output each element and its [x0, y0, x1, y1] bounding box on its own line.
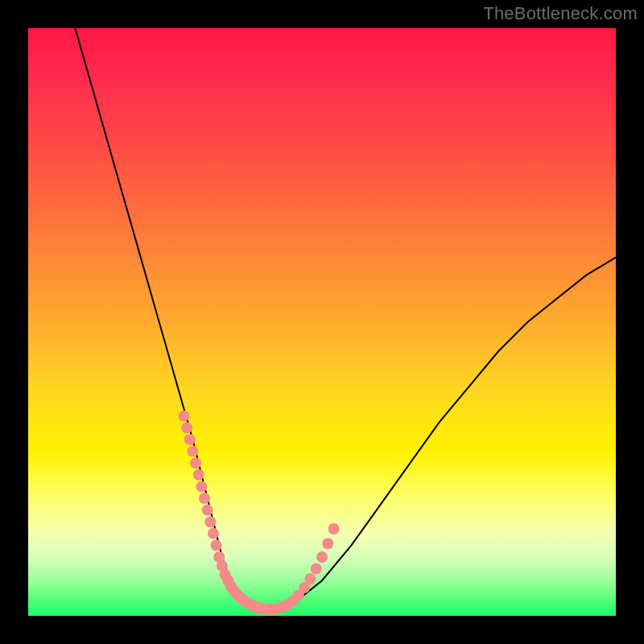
marker-dot	[322, 538, 333, 549]
plot-area	[28, 28, 616, 616]
marker-dot	[199, 493, 210, 504]
marker-dot	[316, 551, 328, 563]
marker-dot	[184, 434, 196, 445]
marker-dot	[311, 564, 322, 575]
marker-dot	[193, 469, 204, 481]
marker-dot	[196, 481, 207, 492]
marker-dot	[208, 528, 219, 539]
watermark-text: TheBottleneck.com	[483, 3, 638, 24]
curve-line	[75, 28, 616, 610]
marker-dot	[187, 446, 198, 457]
bottleneck-curve	[28, 28, 616, 616]
curve-markers	[178, 411, 339, 615]
chart-frame: TheBottleneck.com	[0, 0, 644, 644]
marker-dot	[304, 573, 316, 584]
marker-dot	[328, 523, 340, 535]
marker-dot	[202, 505, 213, 516]
marker-dot	[211, 539, 222, 551]
marker-dot	[190, 457, 201, 469]
marker-dot	[204, 516, 216, 527]
marker-dot	[178, 411, 189, 422]
marker-dot	[181, 422, 192, 433]
